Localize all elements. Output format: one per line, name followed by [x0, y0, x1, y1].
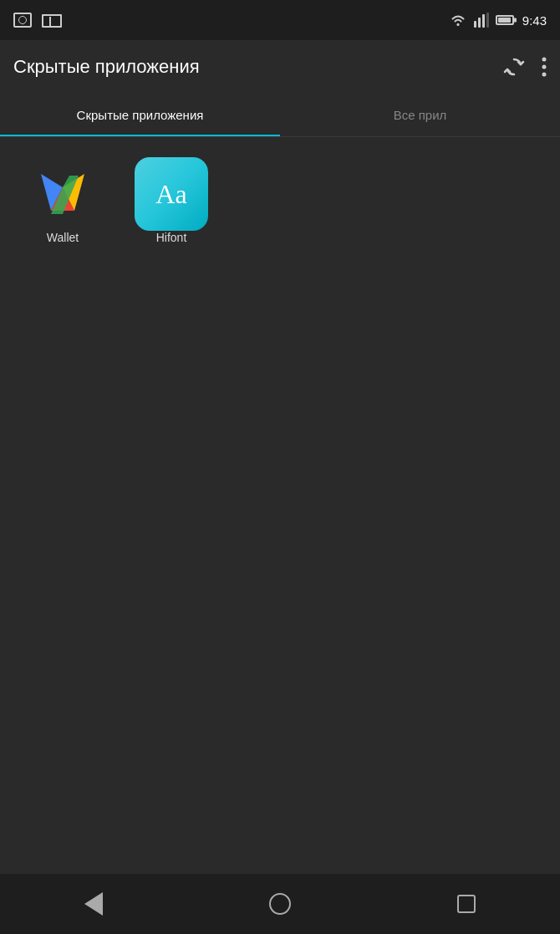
app-item-hifont[interactable]: Aa Hifont — [125, 157, 217, 244]
wallet-app-icon — [26, 157, 99, 231]
home-button[interactable] — [255, 887, 305, 921]
wallet-app-label: Wallet — [47, 231, 79, 244]
app-grid: Wallet Aa Hifont — [0, 137, 560, 264]
svg-rect-2 — [478, 18, 481, 28]
status-bar: 9:43 — [0, 0, 560, 40]
bottom-nav — [0, 874, 560, 934]
photo-icon — [13, 13, 32, 28]
status-bar-right: 9:43 — [449, 13, 547, 28]
svg-point-5 — [542, 58, 547, 62]
hifont-app-label: Hifont — [156, 231, 187, 244]
recent-button[interactable] — [441, 887, 491, 921]
back-icon — [84, 892, 103, 916]
status-bar-left — [13, 13, 59, 28]
svg-point-6 — [542, 65, 547, 69]
battery-icon — [496, 15, 514, 25]
status-time: 9:43 — [522, 13, 547, 28]
svg-point-0 — [456, 23, 459, 26]
app-bar-actions — [503, 56, 547, 78]
recent-icon — [457, 895, 476, 913]
more-icon[interactable] — [542, 56, 547, 78]
tabs-container: Скрытые приложения Все прил — [0, 94, 560, 137]
hifont-icon-text: Aa — [155, 179, 186, 210]
signal-icon — [474, 13, 489, 28]
home-icon — [269, 893, 291, 915]
svg-rect-4 — [486, 13, 489, 28]
tab-all-apps[interactable]: Все прил — [280, 94, 560, 136]
hifont-app-icon: Aa — [135, 157, 208, 231]
app-bar: Скрытые приложения — [0, 40, 560, 94]
wifi-icon — [449, 13, 467, 28]
tab-hidden-apps[interactable]: Скрытые приложения — [0, 94, 280, 136]
back-button[interactable] — [69, 887, 119, 921]
page-title: Скрытые приложения — [13, 56, 200, 78]
refresh-icon[interactable] — [503, 56, 525, 78]
app-item-wallet[interactable]: Wallet — [17, 157, 109, 244]
svg-rect-1 — [474, 21, 476, 28]
svg-point-7 — [542, 73, 547, 77]
svg-rect-3 — [482, 14, 485, 28]
gift-icon — [42, 13, 59, 28]
